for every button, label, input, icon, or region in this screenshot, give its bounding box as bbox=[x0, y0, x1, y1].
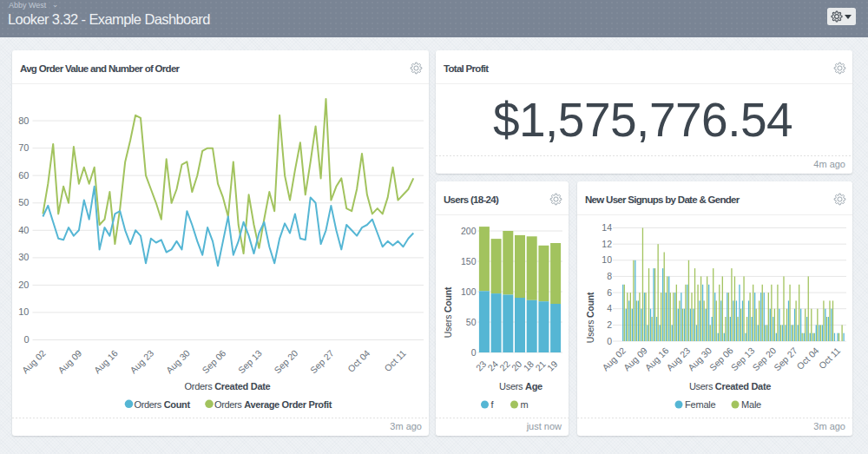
svg-text:Oct 11: Oct 11 bbox=[817, 345, 843, 371]
svg-text:Sep 06: Sep 06 bbox=[200, 347, 227, 375]
svg-text:Aug 16: Aug 16 bbox=[92, 347, 120, 375]
svg-text:0: 0 bbox=[471, 347, 477, 358]
svg-text:Users Age: Users Age bbox=[499, 381, 542, 391]
svg-text:Male: Male bbox=[741, 399, 761, 410]
svg-text:2: 2 bbox=[607, 319, 612, 330]
svg-text:Aug 09: Aug 09 bbox=[56, 347, 83, 375]
svg-text:70: 70 bbox=[18, 142, 29, 153]
svg-text:Orders Average Order Profit: Orders Average Order Profit bbox=[214, 399, 332, 410]
svg-text:Users Count: Users Count bbox=[585, 292, 595, 343]
svg-text:10: 10 bbox=[18, 306, 29, 317]
svg-text:Aug 23: Aug 23 bbox=[128, 347, 155, 375]
svg-text:m: m bbox=[521, 399, 529, 410]
svg-text:19: 19 bbox=[545, 359, 560, 373]
svg-text:f: f bbox=[491, 399, 495, 410]
svg-text:Orders Count: Orders Count bbox=[135, 399, 191, 410]
svg-text:Aug 02: Aug 02 bbox=[20, 347, 48, 375]
svg-text:Female: Female bbox=[685, 399, 716, 410]
svg-text:0: 0 bbox=[23, 334, 29, 345]
svg-text:50: 50 bbox=[466, 317, 477, 327]
svg-text:60: 60 bbox=[18, 170, 29, 181]
svg-text:Aug 30: Aug 30 bbox=[164, 347, 192, 375]
svg-text:150: 150 bbox=[461, 256, 477, 266]
svg-text:Users Count: Users Count bbox=[443, 286, 453, 338]
svg-text:6: 6 bbox=[607, 287, 612, 298]
svg-text:40: 40 bbox=[18, 225, 29, 235]
svg-text:30: 30 bbox=[18, 252, 29, 262]
svg-text:50: 50 bbox=[18, 197, 29, 207]
svg-text:Oct 11: Oct 11 bbox=[382, 347, 408, 373]
svg-text:100: 100 bbox=[461, 286, 477, 297]
svg-text:Users Created Date: Users Created Date bbox=[689, 381, 771, 391]
svg-text:14: 14 bbox=[602, 222, 612, 233]
svg-text:200: 200 bbox=[461, 226, 477, 236]
svg-text:Sep 27: Sep 27 bbox=[308, 347, 336, 375]
svg-text:80: 80 bbox=[18, 115, 29, 126]
svg-text:Sep 27: Sep 27 bbox=[772, 345, 799, 372]
svg-text:10: 10 bbox=[602, 254, 612, 265]
svg-text:Sep 13: Sep 13 bbox=[236, 347, 264, 375]
svg-text:Oct 04: Oct 04 bbox=[794, 345, 820, 371]
svg-text:Orders Created Date: Orders Created Date bbox=[185, 381, 271, 391]
svg-text:20: 20 bbox=[18, 280, 29, 290]
svg-text:0: 0 bbox=[607, 336, 612, 346]
svg-text:Oct 04: Oct 04 bbox=[345, 347, 372, 373]
svg-text:8: 8 bbox=[607, 271, 612, 281]
svg-text:4: 4 bbox=[607, 303, 612, 313]
svg-text:Sep 20: Sep 20 bbox=[272, 347, 299, 375]
svg-text:12: 12 bbox=[602, 239, 612, 249]
